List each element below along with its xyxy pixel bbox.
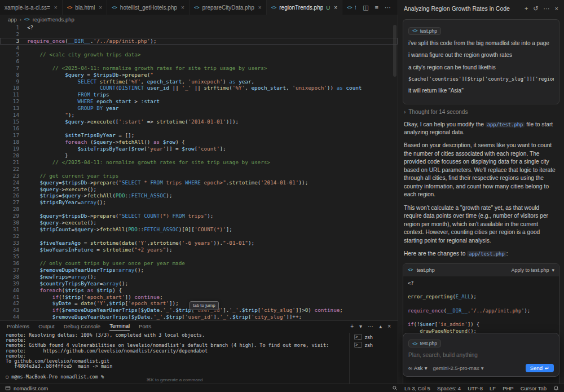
code-line[interactable]: 14 "); [0,112,398,118]
model-selector[interactable]: gemini-2.5-pro-max ▾ [433,365,483,371]
code-line[interactable]: 23 // get current year trips [0,173,398,179]
status-eol[interactable]: LF [490,385,496,391]
code-editor[interactable]: 1<?2 3require_once(__DIR__.'/../app/init… [0,24,398,320]
code-line[interactable]: 44 $removeDupeYearUserTrips[$yDate.'_'.$… [0,314,398,320]
chat-input-box[interactable]: <> test.php Plan, search, build anything… [403,333,559,377]
code-line[interactable]: 2 [0,31,398,38]
new-chat-icon[interactable]: + [525,5,528,12]
close-icon[interactable]: × [54,5,58,11]
split-editor-icon[interactable]: ◫ [363,4,368,11]
code-line[interactable]: 19 $siteTripsByYear[$row['year']] = $row… [0,146,398,152]
breadcrumb[interactable]: app › <> regionTrends.php [0,15,398,24]
remote-indicator[interactable]: nomadlist.com [5,385,48,391]
code-line[interactable]: 21 // </2025-04-11: normalize growth rat… [0,159,398,166]
code-line[interactable]: 27 $tripsByYear=array(); [0,199,398,206]
code-line[interactable]: 11 FROM trips [0,91,398,98]
code-line[interactable]: 29 $query=$tripsDb->prepare("SELECT COUN… [0,213,398,219]
code-line[interactable]: 40 foreach($trips as $trip) { [0,287,398,294]
code-line[interactable]: 6 [0,58,398,65]
chat-conversation[interactable]: <> test.php i've split this code from th… [398,17,564,384]
code-line[interactable]: 33 $fiveYearsAgo = strtotime(date('Y',st… [0,240,398,246]
code-line[interactable]: 37 $removeDupeYearUserTrips=array(); [0,267,398,274]
tab-bla.html[interactable]: <>bla.html× [63,0,108,15]
code-line[interactable]: 7 // <2025-04-11: normalize growth rates… [0,65,398,72]
code-line[interactable]: 4 [0,45,398,51]
search-icon[interactable] [392,385,398,391]
code-line[interactable]: 8 $query = $tripsDb->prepare(" [0,72,398,78]
close-icon[interactable]: × [181,5,184,11]
close-panel-icon[interactable]: × [387,323,391,329]
code-line[interactable]: 13 GROUP BY year [0,105,398,112]
chat-input-placeholder[interactable]: Plan, search, build anything [408,352,554,358]
tab-prepareCityData.php[interactable]: <>prepareCityData.php× [190,0,267,15]
code-line[interactable]: 22 [0,166,398,173]
code-line[interactable]: 41 if(!$trip['epoch_start']) continue; [0,294,398,301]
more-options-icon[interactable]: ⋯ [544,5,550,12]
panel-tab-output[interactable]: Output [38,321,55,331]
file-chip[interactable]: <> test.php [408,27,441,35]
inline-code-link[interactable]: app/test.php [486,122,525,127]
code-line[interactable]: 20 } [0,152,398,159]
code-line[interactable]: 38 $newTrips=array(); [0,274,398,280]
code-line[interactable]: 35 [0,253,398,260]
bell-icon[interactable] [553,385,559,391]
close-icon[interactable]: × [258,5,262,11]
code-line[interactable]: 32 [0,233,398,240]
status-cursor-tab[interactable]: Cursor Tab [521,385,547,391]
code-line[interactable]: 12 WHERE epoch_start > :start [0,98,398,105]
terminal-session[interactable]: >_zsh [354,342,393,348]
context-chip[interactable]: <> test.php [408,340,441,347]
code-line[interactable]: 25 $query->execute(); [0,186,398,193]
code-line[interactable]: 3require_once(__DIR__.'/../app/init.php'… [0,38,398,45]
panel-tab-debug-console[interactable]: Debug Console [64,321,101,331]
terminal-dropdown-icon[interactable]: ▾ [359,323,362,329]
code-line[interactable]: 17 $siteTripsByYear = []; [0,132,398,139]
code-line[interactable]: 9 SELECT strftime('%Y', epoch_start, 'un… [0,78,398,85]
code-line[interactable]: 15 $query->execute([':start' => strtotim… [0,118,398,125]
inline-code-link[interactable]: app/test.php [467,251,506,257]
status-encoding[interactable]: UTF-8 [468,385,483,391]
panel-tab-ports[interactable]: Ports [139,321,151,331]
terminal-output[interactable]: remote: Resolving deltas: 100% (3/3), co… [6,333,349,384]
send-button[interactable]: Send ↵ [526,364,554,372]
code-line[interactable]: 39 $countryTripsByYear=array(); [0,280,398,287]
breadcrumb-file[interactable]: regionTrends.php [33,16,74,23]
panel-tab-terminal[interactable]: Terminal [109,321,130,331]
code-line[interactable]: 24 $query=$tripsDb->prepare("SELECT * FR… [0,179,398,186]
status-cursor-position[interactable]: Ln 3, Col 5 [404,385,430,391]
code-line[interactable]: 26 $trips=$query->fetchAll(PDO::FETCH_AS… [0,192,398,199]
close-icon[interactable]: × [334,5,337,11]
editor-scrollbar[interactable] [392,24,398,320]
code-line[interactable]: 16 [0,125,398,132]
more-actions-icon[interactable]: ⋯ [368,323,373,329]
tab-xample-is-a-cl.ss=[interactable]: xample-is-a-cl.ss=× [0,0,63,15]
tab-hotellist_getHotels.php[interactable]: <>hotellist_getHotels.php× [107,0,190,15]
code-line[interactable]: 5 // <calc city growth trips data> [0,51,398,58]
scrollbar-thumb[interactable] [393,25,396,77]
code-line[interactable]: 28 [0,206,398,213]
mode-selector[interactable]: ∞ Ask ▾ [408,365,427,371]
breadcrumb-folder[interactable]: app [8,16,17,23]
terminal-session[interactable]: >_zsh [354,334,393,340]
tab-test.php[interactable]: <>test.php× [342,0,356,15]
status-language-mode[interactable]: PHP [503,385,514,391]
more-actions-icon[interactable]: ⋯ [385,4,391,11]
code-line[interactable]: 36 // only count trips by user once per … [0,260,398,267]
code-line[interactable]: 18 foreach ($query->fetchAll() as $row) … [0,139,398,146]
code-line[interactable]: 34 $twoYearsInFuture = strtotime("+2 yea… [0,246,398,253]
status-indentation[interactable]: Spaces: 4 [437,385,461,391]
panel-tab-problems[interactable]: Problems [7,321,29,331]
code-line[interactable]: 30 $query->execute(); [0,219,398,226]
tab-regionTrends.php[interactable]: <>regionTrends.phpU× [267,0,342,15]
thought-toggle[interactable]: › Thought for 14 seconds [404,109,558,115]
new-terminal-icon[interactable]: + [350,323,354,329]
toggle-layout-icon[interactable]: ≡ [375,4,378,11]
history-icon[interactable]: ↺ [533,5,538,12]
maximize-panel-icon[interactable]: ▴ [379,323,382,329]
close-icon[interactable]: × [99,5,102,11]
code-line[interactable]: 1<? [0,24,398,31]
code-line[interactable]: 10 COUNT(DISTINCT user_id || '_' || strf… [0,85,398,91]
close-chat-icon[interactable]: × [555,5,558,12]
code-line[interactable]: 31 $tripCount=$query->fetchAll(PDO::FETC… [0,226,398,233]
apply-button[interactable]: Apply to test.php ▾ [511,267,554,273]
